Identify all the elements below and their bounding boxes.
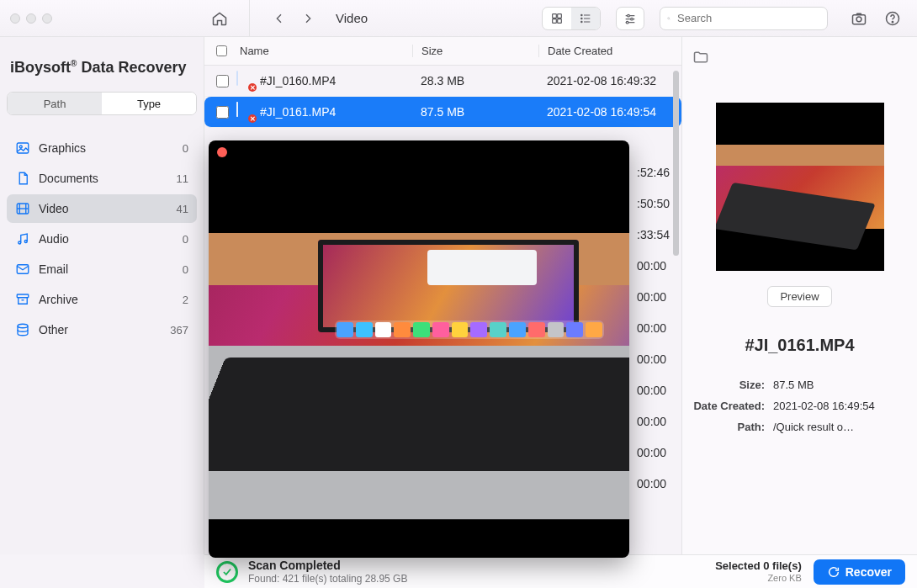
sidebar-item-video[interactable]: Video41 xyxy=(7,194,197,223)
svg-rect-0 xyxy=(553,13,557,18)
dock-app-icon xyxy=(528,322,545,337)
sidebar-item-label: Graphics xyxy=(39,141,174,155)
svg-rect-22 xyxy=(17,143,29,153)
dock-app-icon xyxy=(509,322,526,337)
svg-point-11 xyxy=(628,14,630,17)
sidebar-item-label: Other xyxy=(39,323,162,336)
file-date-fragment: 00:00 xyxy=(637,250,670,281)
dock-app-icon xyxy=(586,322,602,337)
header-date[interactable]: Date Created xyxy=(538,45,673,57)
table-header: Name Size Date Created xyxy=(204,37,681,66)
sidebar-item-count: 0 xyxy=(183,233,188,246)
sidebar-item-documents[interactable]: Documents11 xyxy=(7,164,197,193)
file-date: 2021-02-08 16:49:54 xyxy=(538,105,673,119)
video-player-overlay[interactable] xyxy=(209,140,629,558)
preview-filename: #JI_0161.MP4 xyxy=(745,336,854,355)
traffic-min[interactable] xyxy=(26,13,36,24)
svg-line-17 xyxy=(670,19,671,19)
view-mode-segment[interactable] xyxy=(542,7,601,30)
table-row[interactable]: ✕#JI_0161.MP487.5 MB2021-02-08 16:49:54 xyxy=(204,97,681,128)
sidebar-item-audio[interactable]: Audio0 xyxy=(7,225,197,253)
sidebar-item-email[interactable]: Email0 xyxy=(7,255,197,283)
header-name[interactable]: Name xyxy=(236,45,412,57)
sidebar-item-count: 11 xyxy=(177,172,188,185)
window-titlebar: Video xyxy=(0,0,917,37)
file-date-fragment: 00:00 xyxy=(637,437,670,468)
player-close-icon[interactable] xyxy=(217,147,227,157)
tab-path[interactable]: Path xyxy=(8,93,102,114)
preview-field: Size:87.5 MB xyxy=(692,379,907,391)
svg-point-15 xyxy=(626,21,628,24)
preview-field-value: 87.5 MB xyxy=(770,379,907,391)
preview-thumbnail xyxy=(716,103,884,271)
row-checkbox[interactable] xyxy=(216,75,229,87)
search-input[interactable] xyxy=(660,7,828,30)
sidebar-mode-segment[interactable]: Path Type xyxy=(7,92,197,115)
file-size: 87.5 MB xyxy=(412,105,538,119)
help-icon[interactable] xyxy=(880,8,905,29)
svg-rect-1 xyxy=(558,13,562,18)
file-name: #JI_0161.MP4 xyxy=(260,105,336,119)
nav-back-button[interactable] xyxy=(267,8,292,29)
sidebar-item-graphics[interactable]: Graphics0 xyxy=(7,134,197,162)
file-date: 2021-02-08 16:49:32 xyxy=(538,74,673,87)
preview-field: Path:/Quick result o… xyxy=(692,421,907,433)
file-date-fragment: 00:00 xyxy=(637,468,670,499)
archive-icon xyxy=(15,292,30,307)
file-date-fragment: 00:00 xyxy=(637,312,670,343)
app-title: iBoysoft® Data Recovery xyxy=(10,59,193,77)
file-date-fragment: :52:46 xyxy=(637,156,670,188)
scrollbar[interactable] xyxy=(673,66,681,554)
tab-type[interactable]: Type xyxy=(102,93,196,114)
recover-button[interactable]: Recover xyxy=(814,559,905,585)
sidebar-item-count: 41 xyxy=(177,203,188,215)
selected-files-label: Selected 0 file(s) xyxy=(715,559,802,573)
folder-icon[interactable] xyxy=(692,49,709,66)
filter-button[interactable] xyxy=(616,7,644,30)
header-size[interactable]: Size xyxy=(412,45,538,57)
view-list-button[interactable] xyxy=(571,8,600,29)
video-icon xyxy=(15,201,30,216)
sidebar-item-archive[interactable]: Archive2 xyxy=(7,285,197,314)
select-all-checkbox[interactable] xyxy=(216,45,227,56)
svg-point-8 xyxy=(581,21,582,22)
view-grid-button[interactable] xyxy=(543,8,571,29)
dock-app-icon xyxy=(452,322,469,337)
dock-app-icon xyxy=(356,322,373,337)
sidebar-item-label: Documents xyxy=(39,172,168,185)
dock-app-icon xyxy=(566,322,583,337)
row-checkbox[interactable] xyxy=(216,106,229,119)
svg-point-6 xyxy=(581,18,582,19)
camera-icon[interactable] xyxy=(846,8,872,29)
sidebar-item-count: 0 xyxy=(183,142,188,155)
dock-app-icon xyxy=(337,322,353,337)
preview-button[interactable]: Preview xyxy=(767,286,831,307)
preview-field-key: Size: xyxy=(692,379,770,391)
svg-point-23 xyxy=(19,146,22,148)
nav-forward-button[interactable] xyxy=(295,8,321,29)
preview-pane: Preview #JI_0161.MP4 Size:87.5 MBDate Cr… xyxy=(681,37,917,554)
preview-field-value: 2021-02-08 16:49:54 xyxy=(770,400,907,412)
dock-app-icon xyxy=(432,322,449,337)
file-date-fragment: 00:00 xyxy=(637,405,670,437)
file-date-fragment: 00:00 xyxy=(637,281,670,312)
home-icon[interactable] xyxy=(207,8,232,29)
sidebar-item-count: 2 xyxy=(183,294,188,306)
sidebar-item-label: Archive xyxy=(39,293,174,306)
sidebar-item-other[interactable]: Other367 xyxy=(7,315,197,344)
search-field[interactable] xyxy=(676,11,820,25)
scroll-thumb[interactable] xyxy=(673,71,679,256)
table-row[interactable]: ✕#JI_0160.MP428.3 MB2021-02-08 16:49:32 xyxy=(204,66,681,97)
audio-icon xyxy=(15,231,30,246)
sidebar-item-label: Audio xyxy=(39,232,174,246)
dock-app-icon xyxy=(394,322,411,337)
breadcrumb: Video xyxy=(336,11,368,25)
traffic-max[interactable] xyxy=(42,13,52,24)
doc-icon xyxy=(15,171,30,186)
svg-point-16 xyxy=(668,17,670,19)
file-name: #JI_0160.MP4 xyxy=(260,74,336,87)
svg-rect-3 xyxy=(558,19,562,23)
file-date-fragment: :50:50 xyxy=(637,188,670,219)
traffic-close[interactable] xyxy=(10,13,20,24)
file-date-fragment: :33:54 xyxy=(637,219,670,250)
